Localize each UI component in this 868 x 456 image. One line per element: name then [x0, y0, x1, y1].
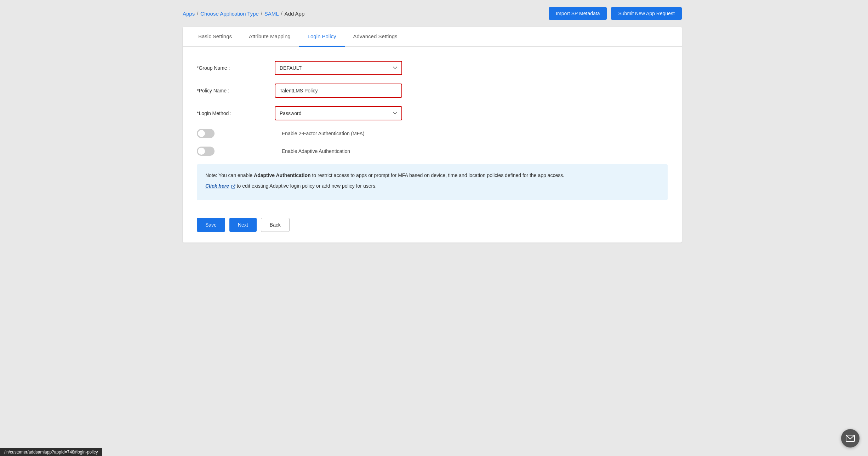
top-actions: Import SP Metadata Submit New App Reques… [549, 7, 682, 20]
login-method-label: *Login Method : [197, 110, 275, 116]
status-bar: /in/customer/addsamlapp?appId=748#login-… [0, 448, 102, 456]
info-line-2: Click here to edit existing Adaptive log… [205, 182, 659, 190]
mfa-toggle-row: Enable 2-Factor Authentication (MFA) [197, 129, 668, 138]
tab-attribute-mapping[interactable]: Attribute Mapping [240, 27, 299, 47]
mail-fab-button[interactable] [841, 429, 860, 448]
tab-login-policy[interactable]: Login Policy [299, 27, 345, 47]
group-name-control: DEFAULT Group A Group B [275, 61, 402, 75]
click-here-rest: to edit existing Adaptive login policy o… [237, 183, 377, 189]
group-name-label: *Group Name : [197, 65, 275, 71]
mfa-slider [197, 129, 215, 138]
tab-advanced-settings[interactable]: Advanced Settings [345, 27, 406, 47]
login-method-row: *Login Method : Password SSO Certificate [197, 106, 668, 120]
main-card: Basic Settings Attribute Mapping Login P… [183, 27, 682, 243]
bottom-actions: Save Next Back [183, 218, 682, 232]
adaptive-toggle-label: Enable Adaptive Authentication [282, 148, 350, 154]
info-note-bold: Adaptive Authentication [254, 172, 311, 178]
mail-icon [846, 435, 855, 442]
info-note-rest: to restrict access to apps or prompt for… [311, 172, 565, 178]
breadcrumb-apps[interactable]: Apps [183, 11, 195, 17]
adaptive-toggle-wrapper [197, 147, 275, 156]
info-note-text: Note: You can enable [205, 172, 254, 178]
policy-name-row: *Policy Name : [197, 84, 668, 98]
adaptive-slider [197, 147, 215, 156]
login-method-select[interactable]: Password SSO Certificate [275, 106, 402, 120]
mfa-toggle-wrapper [197, 129, 275, 138]
group-name-row: *Group Name : DEFAULT Group A Group B [197, 61, 668, 75]
group-name-select[interactable]: DEFAULT Group A Group B [275, 61, 402, 75]
tab-basic-settings[interactable]: Basic Settings [190, 27, 240, 47]
policy-name-control [275, 84, 402, 98]
form-content: *Group Name : DEFAULT Group A Group B *P… [183, 57, 682, 218]
external-link-icon [231, 184, 235, 189]
next-button[interactable]: Next [229, 218, 257, 232]
submit-new-app-request-button[interactable]: Submit New App Request [611, 7, 682, 20]
policy-name-input[interactable] [275, 84, 402, 98]
breadcrumb-current: Add App [285, 11, 305, 17]
adaptive-toggle-row: Enable Adaptive Authentication [197, 147, 668, 156]
info-line-1: Note: You can enable Adaptive Authentica… [205, 171, 659, 179]
back-button[interactable]: Back [261, 218, 290, 232]
breadcrumb: Apps / Choose Application Type / SAML / … [183, 11, 304, 17]
mfa-toggle[interactable] [197, 129, 215, 138]
separator-1: / [197, 11, 198, 16]
adaptive-toggle[interactable] [197, 147, 215, 156]
login-method-control: Password SSO Certificate [275, 106, 402, 120]
tabs-container: Basic Settings Attribute Mapping Login P… [183, 27, 682, 47]
import-sp-metadata-button[interactable]: Import SP Metadata [549, 7, 607, 20]
separator-2: / [261, 11, 262, 16]
breadcrumb-saml[interactable]: SAML [264, 11, 279, 17]
click-here-link[interactable]: Click here [205, 183, 229, 189]
separator-3: / [281, 11, 282, 16]
policy-name-label: *Policy Name : [197, 88, 275, 93]
info-box: Note: You can enable Adaptive Authentica… [197, 164, 668, 200]
top-bar: Apps / Choose Application Type / SAML / … [183, 7, 682, 20]
breadcrumb-choose[interactable]: Choose Application Type [200, 11, 259, 17]
save-button[interactable]: Save [197, 218, 225, 232]
mfa-toggle-label: Enable 2-Factor Authentication (MFA) [282, 131, 364, 136]
